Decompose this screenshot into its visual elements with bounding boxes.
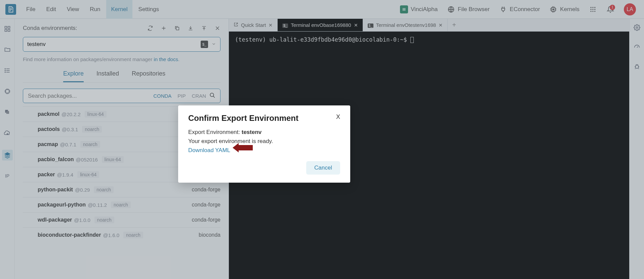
cancel-button[interactable]: Cancel xyxy=(306,161,340,175)
export-modal: Confirm Export Environment X Export Envi… xyxy=(178,105,350,183)
download-yaml-link[interactable]: Download YAML xyxy=(188,147,230,153)
modal-message: Your export environment is ready. xyxy=(188,137,340,146)
modal-close-button[interactable]: X xyxy=(336,113,340,121)
export-env-name: testenv xyxy=(242,129,262,135)
modal-title: Confirm Export Environment xyxy=(188,113,298,123)
